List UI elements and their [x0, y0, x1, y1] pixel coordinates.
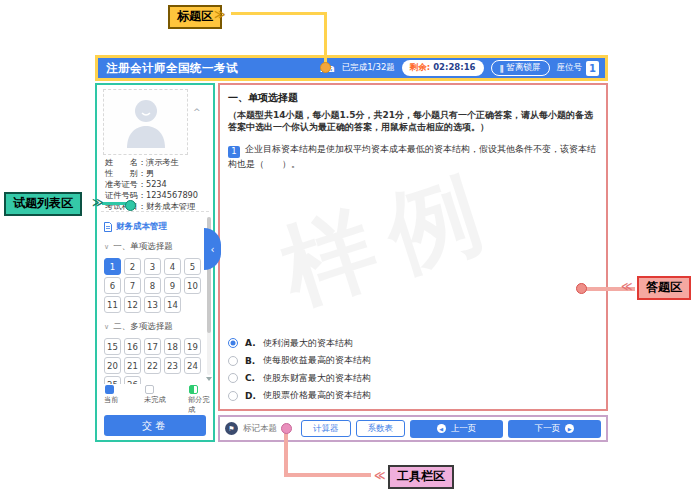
annotation-connector [284, 473, 371, 477]
pause-icon: ∥ [500, 64, 504, 73]
radio-button[interactable] [228, 391, 238, 401]
question-number-21[interactable]: 21 [124, 357, 141, 374]
document-icon [104, 222, 112, 232]
question-number-5[interactable]: 5 [184, 258, 201, 275]
chevron-up-icon[interactable]: ^ [193, 107, 201, 117]
annotation-connector [284, 431, 288, 476]
section-header-multi-choice[interactable]: ∨ 二、多项选择题 [104, 321, 213, 333]
question-number-26[interactable]: 26 [124, 376, 141, 384]
question-number-15[interactable]: 15 [104, 338, 121, 355]
legend-item-partial: 部分完成 [188, 385, 210, 415]
question-number-22[interactable]: 22 [144, 357, 161, 374]
pause-lock-button[interactable]: ∥ 暂离锁屏 [491, 60, 550, 76]
legend-swatch-current [105, 385, 114, 394]
option-text: 使每股收益最高的资本结构 [263, 354, 371, 367]
question-number-badge: 1 [228, 146, 240, 158]
pause-label: 暂离锁屏 [507, 62, 541, 74]
question-number-16[interactable]: 16 [124, 338, 141, 355]
legend-item-incomplete: 未完成 [144, 385, 188, 415]
annotation-arrow-left: ≪ [621, 280, 633, 293]
question-number-7[interactable]: 7 [124, 277, 141, 294]
option-B[interactable]: B.使每股收益最高的资本结构 [228, 354, 371, 367]
subject-name: 财务成本管理 [116, 221, 167, 233]
screenshot-canvas: 注册会计师全国统一考试 Aa 已完成1/32题 剩余: 02:28:16 ∥ 暂… [0, 0, 700, 493]
question-grid-single: 1234567891011121314 [104, 258, 213, 313]
option-D[interactable]: D.使股票价格最高的资本结构 [228, 389, 371, 402]
question-number-23[interactable]: 23 [164, 357, 181, 374]
next-page-button[interactable]: 下一页 ▶ [508, 420, 601, 438]
question-number-1[interactable]: 1 [104, 258, 121, 275]
question-number-25[interactable]: 25 [104, 376, 121, 384]
annotation-connector [231, 12, 327, 15]
question-number-9[interactable]: 9 [164, 277, 181, 294]
info-value: 1234567890 [146, 191, 198, 200]
info-label: 姓 名： [105, 158, 146, 167]
info-label: 证件号码： [105, 191, 146, 200]
annotation-dot [576, 283, 587, 294]
question-number-10[interactable]: 10 [184, 277, 201, 294]
question-number-24[interactable]: 24 [184, 357, 201, 374]
question-navigator: 财务成本管理 ∨ 一、单项选择题 1234567891011121314 ∨ 二… [97, 213, 213, 384]
candidate-photo [103, 89, 188, 155]
question-number-2[interactable]: 2 [124, 258, 141, 275]
option-letter: A. [245, 338, 256, 348]
radio-button[interactable] [228, 373, 238, 383]
legend-swatch-partial [189, 385, 198, 394]
prev-page-button[interactable]: ◀ 上一页 [410, 420, 503, 438]
option-text: 使股东财富最大的资本结构 [263, 372, 371, 385]
option-text: 使利润最大的资本结构 [263, 337, 353, 350]
question-number-13[interactable]: 13 [144, 296, 161, 313]
legend-label: 当前 [104, 395, 144, 405]
question-number-8[interactable]: 8 [144, 277, 161, 294]
annotation-dot [320, 62, 331, 73]
question-number-20[interactable]: 20 [104, 357, 121, 374]
question-text: 企业目标资本结构是使加权平均资本成本最低的资本结构，假设其他条件不变，该资本结构… [228, 144, 596, 169]
question-number-6[interactable]: 6 [104, 277, 121, 294]
option-letter: B. [245, 356, 256, 366]
question-number-4[interactable]: 4 [164, 258, 181, 275]
timer-value: 02:28:16 [433, 62, 475, 74]
option-A[interactable]: A.使利润最大的资本结构 [228, 337, 371, 350]
annotation-arrow-right: ≫ [92, 196, 104, 209]
info-value: 5234 [146, 180, 167, 189]
scrollbar-down-arrow[interactable] [206, 377, 212, 381]
question-number-3[interactable]: 3 [144, 258, 161, 275]
caret-down-icon: ∨ [104, 243, 109, 251]
legend-label: 部分完成 [188, 395, 210, 415]
info-row: 姓 名：演示考生 [105, 158, 209, 167]
answer-area: 样例 一、单项选择题 （本题型共14小题，每小题1.5分，共21分，每小题只有一… [218, 83, 608, 411]
question-number-14[interactable]: 14 [164, 296, 181, 313]
prev-arrow-icon: ◀ [437, 424, 446, 433]
progress-text: 已完成1/32题 [342, 62, 395, 74]
info-value: 演示考生 [146, 158, 179, 167]
subject-row[interactable]: 财务成本管理 [104, 221, 213, 233]
section-title: 一、单项选择题 [113, 241, 173, 253]
option-text: 使股票价格最高的资本结构 [263, 389, 371, 402]
question-number-18[interactable]: 18 [164, 338, 181, 355]
section-header-single-choice[interactable]: ∨ 一、单项选择题 [104, 241, 213, 253]
exam-title: 注册会计师全国统一考试 [106, 61, 238, 76]
question-text-block: 1企业目标资本结构是使加权平均资本成本最低的资本结构，假设其他条件不变，该资本结… [228, 143, 598, 171]
mark-question-label[interactable]: 标记本题 [243, 423, 277, 435]
question-grid-multi: 151617181920212223242526 [104, 338, 213, 384]
annotation-connector [324, 12, 327, 64]
submit-paper-button[interactable]: 交卷 [104, 415, 206, 436]
info-row: 性 别：男 [105, 169, 209, 178]
question-number-17[interactable]: 17 [144, 338, 161, 355]
sample-watermark: 样例 [266, 146, 514, 332]
radio-button[interactable] [228, 356, 238, 366]
info-row: 证件号码：1234567890 [105, 191, 209, 200]
annotation-toolbar-area: 工具栏区 [388, 465, 454, 489]
mark-flag-icon[interactable]: ⚑ [225, 422, 238, 435]
question-number-19[interactable]: 19 [184, 338, 201, 355]
question-number-12[interactable]: 12 [124, 296, 141, 313]
coefficient-table-button[interactable]: 系数表 [356, 420, 406, 437]
option-C[interactable]: C.使股东财富最大的资本结构 [228, 372, 371, 385]
annotation-dot [125, 200, 136, 211]
exam-header: 注册会计师全国统一考试 Aa 已完成1/32题 剩余: 02:28:16 ∥ 暂… [95, 55, 608, 81]
calculator-button[interactable]: 计算器 [301, 420, 351, 437]
question-number-11[interactable]: 11 [104, 296, 121, 313]
option-letter: C. [245, 373, 256, 383]
section-title: 二、多项选择题 [113, 321, 173, 333]
radio-button-selected[interactable] [228, 338, 238, 348]
